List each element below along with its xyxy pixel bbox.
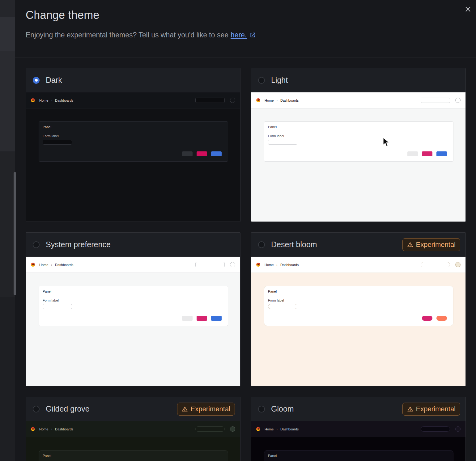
backdrop-segment [0,0,15,17]
form-input [43,304,72,309]
preview-button [182,316,193,321]
theme-card-header[interactable]: Desert bloom Experimental [251,233,465,257]
search-input [195,262,225,267]
form-label: Form label [268,298,284,302]
experimental-badge-label: Experimental [191,405,230,413]
theme-card[interactable]: Dark Home › Dashboards Panel Form label [26,68,240,222]
change-theme-modal: Change theme Enjoying the experimental t… [15,0,476,461]
feedback-link[interactable]: here. [231,31,247,39]
breadcrumb-chevron-icon: › [276,427,278,431]
close-button[interactable] [462,4,474,15]
preview-button [211,316,222,321]
theme-label: Light [271,76,288,85]
preview-button [407,151,418,156]
breadcrumb-home: Home [39,427,48,431]
avatar [455,98,461,103]
radio-dot [35,79,38,82]
preview-button [197,151,207,156]
vertical-scrollbar[interactable] [14,172,16,295]
preview-topbar: Home › Dashboards [26,92,240,108]
breadcrumb-chevron-icon: › [276,99,278,102]
preview-body: Panel Form label [26,108,240,222]
preview-button [422,151,432,156]
theme-card[interactable]: Gilded grove Experimental Home › Dashboa… [26,397,240,461]
breadcrumb-chevron-icon: › [51,427,52,431]
modal-title: Change theme [26,9,100,22]
form-label: Form label [43,298,59,302]
form-label: Form label [43,134,59,138]
theme-radio[interactable] [33,77,40,84]
theme-card-header[interactable]: Light [251,68,465,92]
preview-panel: Panel Form label [39,121,228,162]
external-link-icon [249,32,256,38]
close-icon [465,6,471,13]
theme-card[interactable]: Gloom Experimental Home › Dashboards [251,397,466,461]
preview-button [436,151,447,156]
experimental-badge-label: Experimental [416,241,456,249]
preview-button [436,316,447,321]
theme-card-header[interactable]: System preference [26,233,240,257]
preview-panel: Panel Form label [264,121,453,162]
preview-panel: Panel Form label [39,286,228,326]
theme-radio[interactable] [258,77,265,84]
preview-body: Panel Form label [251,437,465,461]
experimental-badge: Experimental [402,238,460,251]
avatar [230,426,235,432]
preview-button [211,151,222,156]
avatar [230,262,235,267]
grafana-logo-icon [256,98,260,102]
backdrop-active-item [0,17,15,51]
grafana-logo-icon [256,263,260,267]
panel-title: Panel [268,454,277,458]
avatar [455,426,461,432]
grafana-logo-icon [31,98,35,102]
app-backdrop [0,0,15,461]
theme-card-header[interactable]: Gilded grove Experimental [26,397,240,421]
breadcrumb-chevron-icon: › [51,99,52,102]
form-label: Form label [268,134,284,138]
breadcrumb-dashboards: Dashboards [55,99,73,102]
header-divider [15,57,476,57]
preview-topbar: Home › Dashboards [26,421,240,437]
modal-subtitle-row: Enjoying the experimental themes? Tell u… [26,31,256,39]
theme-card-header[interactable]: Dark [26,68,240,92]
breadcrumb-home: Home [265,99,274,102]
theme-preview: Home › Dashboards Panel Form label [26,92,240,222]
theme-label: Desert bloom [271,240,317,249]
theme-preview: Home › Dashboards Panel Form label [26,257,240,386]
backdrop-segment [0,51,15,151]
panel-title: Panel [43,125,51,129]
button-row [182,151,222,156]
form-input [43,140,72,145]
theme-radio[interactable] [33,406,40,412]
search-input [195,98,225,103]
theme-radio[interactable] [258,241,265,248]
breadcrumb-chevron-icon: › [276,263,278,267]
breadcrumb-dashboards: Dashboards [55,427,73,431]
theme-radio[interactable] [33,241,40,248]
theme-radio[interactable] [258,406,265,412]
theme-preview: Home › Dashboards Panel Form label [251,257,465,386]
breadcrumb-chevron-icon: › [51,263,52,267]
theme-preview: Home › Dashboards Panel Form label [26,421,240,461]
warning-icon [407,406,413,412]
panel-title: Panel [43,454,51,458]
panel-title: Panel [268,125,277,129]
modal-subtitle: Enjoying the experimental themes? Tell u… [26,31,228,39]
form-input [268,140,297,145]
preview-topbar: Home › Dashboards [251,92,465,108]
theme-card-header[interactable]: Gloom Experimental [251,397,465,421]
breadcrumb-home: Home [39,263,48,267]
panel-title: Panel [268,290,277,293]
preview-topbar: Home › Dashboards [26,257,240,273]
theme-label: Gloom [271,404,294,413]
breadcrumb-dashboards: Dashboards [55,263,73,267]
avatar [455,262,461,267]
search-input [421,426,450,432]
theme-card[interactable]: Desert bloom Experimental Home › Dashboa… [251,232,466,386]
preview-body: Panel Form label [26,273,240,386]
preview-body: Panel Form label [251,108,465,222]
theme-card[interactable]: Light Home › Dashboards Panel Form label [251,68,466,222]
theme-card[interactable]: System preference Home › Dashboards Pane… [26,232,240,386]
panel-title: Panel [43,290,51,293]
